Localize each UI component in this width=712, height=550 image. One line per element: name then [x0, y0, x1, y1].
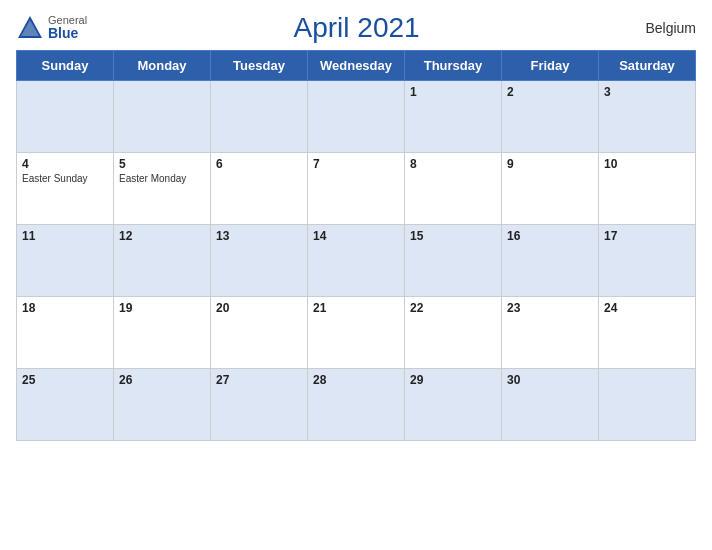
day-number: 19 [119, 301, 205, 315]
calendar-table: Sunday Monday Tuesday Wednesday Thursday… [16, 50, 696, 441]
calendar-cell: 24 [599, 297, 696, 369]
calendar-cell: 19 [114, 297, 211, 369]
calendar-cell: 5Easter Monday [114, 153, 211, 225]
day-number: 13 [216, 229, 302, 243]
header: General Blue April 2021 Belgium [16, 12, 696, 44]
calendar-cell: 9 [502, 153, 599, 225]
page: General Blue April 2021 Belgium Sunday M… [0, 0, 712, 550]
day-number: 28 [313, 373, 399, 387]
calendar-cell: 21 [308, 297, 405, 369]
days-header-row: Sunday Monday Tuesday Wednesday Thursday… [17, 51, 696, 81]
calendar-cell: 23 [502, 297, 599, 369]
calendar-week-2: 11121314151617 [17, 225, 696, 297]
calendar-cell: 6 [211, 153, 308, 225]
header-sunday: Sunday [17, 51, 114, 81]
calendar-title: April 2021 [87, 12, 626, 44]
day-number: 9 [507, 157, 593, 171]
calendar-cell: 20 [211, 297, 308, 369]
day-number: 21 [313, 301, 399, 315]
header-friday: Friday [502, 51, 599, 81]
day-number: 16 [507, 229, 593, 243]
calendar-cell: 29 [405, 369, 502, 441]
header-tuesday: Tuesday [211, 51, 308, 81]
day-number: 6 [216, 157, 302, 171]
calendar-cell [211, 81, 308, 153]
day-number: 24 [604, 301, 690, 315]
calendar-cell: 12 [114, 225, 211, 297]
day-number: 3 [604, 85, 690, 99]
calendar-cell: 11 [17, 225, 114, 297]
day-number: 12 [119, 229, 205, 243]
calendar-cell: 27 [211, 369, 308, 441]
calendar-cell: 13 [211, 225, 308, 297]
day-number: 22 [410, 301, 496, 315]
calendar-cell: 4Easter Sunday [17, 153, 114, 225]
country-label: Belgium [626, 20, 696, 36]
calendar-week-4: 252627282930 [17, 369, 696, 441]
calendar-cell [599, 369, 696, 441]
day-number: 27 [216, 373, 302, 387]
calendar-cell: 1 [405, 81, 502, 153]
holiday-label: Easter Sunday [22, 173, 108, 184]
calendar-cell: 7 [308, 153, 405, 225]
calendar-cell: 2 [502, 81, 599, 153]
day-number: 1 [410, 85, 496, 99]
calendar-week-3: 18192021222324 [17, 297, 696, 369]
logo-text: General Blue [48, 14, 87, 41]
day-number: 30 [507, 373, 593, 387]
day-number: 29 [410, 373, 496, 387]
logo: General Blue [16, 14, 87, 42]
calendar-cell [308, 81, 405, 153]
calendar-cell: 15 [405, 225, 502, 297]
calendar-week-0: 123 [17, 81, 696, 153]
day-number: 11 [22, 229, 108, 243]
calendar-cell [17, 81, 114, 153]
day-number: 18 [22, 301, 108, 315]
day-number: 10 [604, 157, 690, 171]
header-monday: Monday [114, 51, 211, 81]
day-number: 15 [410, 229, 496, 243]
calendar-cell: 30 [502, 369, 599, 441]
calendar-cell [114, 81, 211, 153]
day-number: 14 [313, 229, 399, 243]
day-number: 20 [216, 301, 302, 315]
header-saturday: Saturday [599, 51, 696, 81]
logo-blue-label: Blue [48, 26, 87, 41]
day-number: 2 [507, 85, 593, 99]
day-number: 17 [604, 229, 690, 243]
day-number: 25 [22, 373, 108, 387]
calendar-cell: 17 [599, 225, 696, 297]
calendar-week-1: 4Easter Sunday5Easter Monday678910 [17, 153, 696, 225]
calendar-cell: 22 [405, 297, 502, 369]
calendar-cell: 28 [308, 369, 405, 441]
calendar-cell: 26 [114, 369, 211, 441]
calendar-cell: 16 [502, 225, 599, 297]
calendar-cell: 8 [405, 153, 502, 225]
header-wednesday: Wednesday [308, 51, 405, 81]
calendar-cell: 18 [17, 297, 114, 369]
header-thursday: Thursday [405, 51, 502, 81]
day-number: 8 [410, 157, 496, 171]
day-number: 23 [507, 301, 593, 315]
calendar-cell: 3 [599, 81, 696, 153]
day-number: 5 [119, 157, 205, 171]
day-number: 7 [313, 157, 399, 171]
day-number: 4 [22, 157, 108, 171]
day-number: 26 [119, 373, 205, 387]
calendar-cell: 25 [17, 369, 114, 441]
holiday-label: Easter Monday [119, 173, 205, 184]
calendar-cell: 14 [308, 225, 405, 297]
calendar-cell: 10 [599, 153, 696, 225]
logo-icon [16, 14, 44, 42]
